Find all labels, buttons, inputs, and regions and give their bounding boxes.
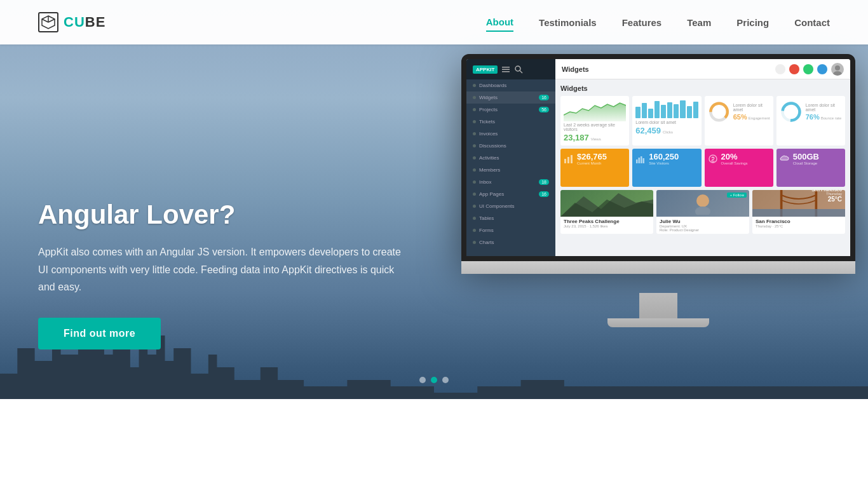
widgets-row-1: Last 2 weeks average site visitors 23,18… xyxy=(560,96,845,146)
slide-dot-3[interactable] xyxy=(442,377,449,383)
sidebar-forms[interactable]: Forms xyxy=(466,224,555,236)
cloud-icon xyxy=(780,154,790,164)
area-chart-svg xyxy=(564,99,626,121)
hero-content: Angular Lover? AppKit also comes with an… xyxy=(38,199,407,349)
bar-chart xyxy=(635,99,698,118)
search-icon xyxy=(514,65,523,74)
status-icon xyxy=(803,64,813,74)
apple-logo xyxy=(627,274,690,293)
svg-rect-7 xyxy=(502,71,510,72)
appkit-sidebar-header: APPKIT xyxy=(466,59,555,79)
widget-bounce: Lorem dolor sit amet 76% Bounce rate xyxy=(776,96,845,146)
profile-avatar xyxy=(693,193,712,215)
savings-icon xyxy=(708,154,718,164)
slide-indicators xyxy=(419,377,449,383)
visitors-icon xyxy=(635,154,646,164)
nav-item-about[interactable]: About xyxy=(486,13,513,32)
svg-point-26 xyxy=(696,194,709,207)
hero-description: AppKit also comes with an Angular JS ver… xyxy=(38,243,407,295)
bottom-bar xyxy=(0,399,868,488)
widget-engagement: Lorem dolor sit amet 65% Engagement xyxy=(705,96,773,146)
svg-rect-6 xyxy=(502,69,510,71)
header: CUBE About Testimonials Features Team Pr… xyxy=(0,0,868,44)
sidebar-app-pages[interactable]: App Pages 16 xyxy=(466,188,555,200)
svg-rect-18 xyxy=(571,155,573,163)
svg-rect-31 xyxy=(752,209,845,217)
sidebar-dashboards[interactable]: Dashboards xyxy=(466,79,555,92)
widgets-row-3: Three Peaks Challenge July 23, 2015 · 1,… xyxy=(560,190,845,234)
nav-item-team[interactable]: Team xyxy=(687,14,711,31)
pie-chart xyxy=(780,99,803,125)
sidebar-widgets[interactable]: Widgets 16 xyxy=(466,92,555,104)
logo[interactable]: CUBE xyxy=(38,12,105,32)
widget-profile: + Follow Julie Wu Department: UX xyxy=(656,190,749,234)
svg-rect-17 xyxy=(567,157,569,163)
notification-icon xyxy=(775,64,785,74)
hero-title: Angular Lover? xyxy=(38,199,407,231)
sidebar-projects[interactable]: Projects 56 xyxy=(466,104,555,116)
sidebar-members[interactable]: Members xyxy=(466,164,555,176)
svg-line-4 xyxy=(42,19,48,22)
cube-icon xyxy=(38,12,58,32)
slide-dot-2[interactable] xyxy=(431,377,437,383)
logo-text: CUBE xyxy=(64,14,105,30)
slide-dot-1[interactable] xyxy=(419,377,426,383)
avatar xyxy=(831,63,844,76)
find-out-more-button[interactable]: Find out more xyxy=(38,318,161,349)
widget-site-visitors: 160,250 Site Visitors xyxy=(632,149,701,187)
svg-point-11 xyxy=(833,71,842,76)
appkit-widgets-content: Widgets xyxy=(555,79,850,256)
sidebar-ui-components[interactable]: UI Components xyxy=(466,200,555,212)
svg-rect-5 xyxy=(502,67,510,68)
sidebar-inbox[interactable]: Inbox 18 xyxy=(466,176,555,188)
monitor-neck xyxy=(639,293,677,318)
svg-rect-19 xyxy=(636,159,638,163)
svg-point-27 xyxy=(695,207,710,215)
nav-item-features[interactable]: Features xyxy=(622,14,662,31)
chart-icon xyxy=(564,154,574,164)
widget-clicks: Lorem dolor sit amet 62,459 Clicks xyxy=(632,96,701,146)
svg-point-23 xyxy=(709,155,717,163)
sidebar-discussions[interactable]: Discussions xyxy=(466,140,555,152)
widget-savings: 20% Overall Savings xyxy=(705,149,773,187)
alert-icon xyxy=(789,64,799,74)
widgets-row-2: $26,765 Current Month 160,250 xyxy=(560,149,845,187)
sidebar-tickets[interactable]: Tickets xyxy=(466,116,555,128)
main-nav: About Testimonials Features Team Pricing… xyxy=(486,13,830,32)
monitor-base xyxy=(607,318,709,327)
widget-san-francisco: San Francisco Thursday 25°C San Francisc… xyxy=(752,190,845,234)
svg-rect-21 xyxy=(641,156,642,163)
widgets-section-title: Widgets xyxy=(560,85,845,92)
svg-rect-20 xyxy=(639,158,641,163)
nav-item-pricing[interactable]: Pricing xyxy=(736,14,769,31)
sidebar-charts[interactable]: Charts xyxy=(466,236,555,248)
svg-point-8 xyxy=(515,66,520,71)
svg-line-3 xyxy=(48,19,55,22)
sidebar-activities[interactable]: Activities xyxy=(466,152,555,164)
svg-rect-22 xyxy=(643,158,645,163)
widget-sales: $26,765 Current Month xyxy=(560,149,629,187)
user-icon xyxy=(817,64,827,74)
sidebar-tables[interactable]: Tables xyxy=(466,212,555,224)
appkit-interface: APPKIT Dashboards Widgets 16 xyxy=(466,59,850,256)
widget-three-peaks: Three Peaks Challenge July 23, 2015 · 1,… xyxy=(560,190,653,234)
nav-item-contact[interactable]: Contact xyxy=(794,14,830,31)
svg-line-9 xyxy=(520,71,522,73)
menu-icon xyxy=(501,65,510,74)
svg-rect-16 xyxy=(564,159,566,163)
monitor-screen: APPKIT Dashboards Widgets 16 xyxy=(461,54,855,261)
widget-visitors: Last 2 weeks average site visitors 23,18… xyxy=(560,96,629,146)
appkit-page-title: Widgets xyxy=(562,65,589,73)
appkit-logo: APPKIT xyxy=(473,65,498,74)
nav-item-testimonials[interactable]: Testimonials xyxy=(539,14,597,31)
monitor-display: APPKIT Dashboards Widgets 16 xyxy=(461,54,855,327)
donut-chart xyxy=(708,99,730,125)
appkit-main-content: Widgets Widgets xyxy=(555,59,850,256)
monitor-stand-top xyxy=(461,261,855,274)
svg-point-10 xyxy=(835,65,840,71)
appkit-topbar: Widgets xyxy=(555,59,850,79)
widget-storage: 500GB Cloud Storage xyxy=(776,149,845,187)
sidebar-invoices[interactable]: Invoices xyxy=(466,128,555,140)
appkit-sidebar: APPKIT Dashboards Widgets 16 xyxy=(466,59,555,256)
